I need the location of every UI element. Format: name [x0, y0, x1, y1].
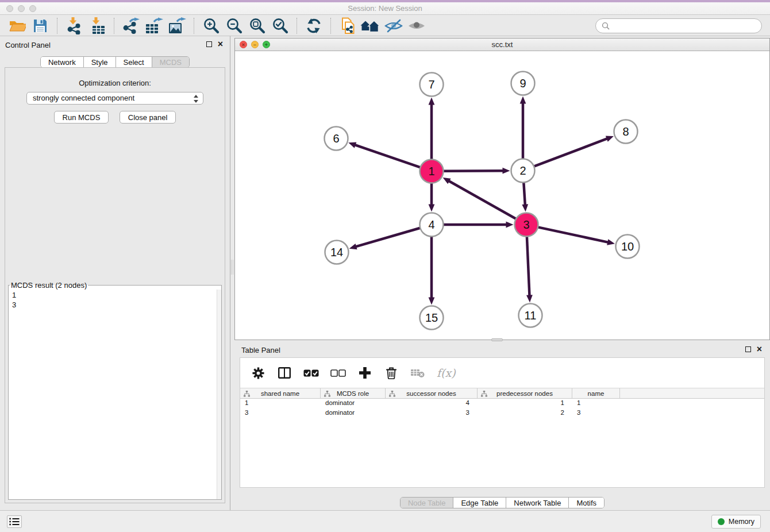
export-network-button[interactable]	[120, 17, 143, 35]
tab-mcds[interactable]: MCDS	[152, 57, 189, 67]
close-panel-button[interactable]: Close panel	[120, 111, 176, 124]
node-label-8: 8	[622, 125, 629, 138]
mcds-result-text[interactable]: 1 3	[9, 290, 221, 310]
horizontal-splitter[interactable]	[491, 338, 503, 341]
hide-selected-button[interactable]	[382, 17, 405, 35]
session-title: Session: New Session	[0, 2, 770, 15]
unchecked-boxes-icon	[330, 369, 346, 377]
run-mcds-button[interactable]: Run MCDS	[54, 111, 109, 124]
cell-successor-nodes[interactable]: 4	[386, 399, 478, 408]
node-label-9: 9	[519, 77, 526, 90]
cell-predecessor-nodes[interactable]: 2	[478, 408, 572, 418]
float-table-panel-icon[interactable]	[745, 346, 751, 352]
duplicate-network-button[interactable]	[336, 17, 359, 35]
task-history-button[interactable]	[7, 515, 22, 528]
edge-2-3[interactable]	[523, 182, 525, 206]
cell-predecessor-nodes[interactable]: 1	[478, 399, 572, 408]
edge-1-2[interactable]	[443, 171, 505, 171]
import-network-button[interactable]	[63, 17, 86, 35]
zoom-in-button[interactable]	[199, 17, 222, 35]
zoom-selected-button[interactable]	[268, 17, 291, 35]
split-columns-icon	[278, 367, 291, 379]
node-label-7: 7	[428, 78, 434, 91]
column-header-successor-nodes[interactable]: successor nodes	[386, 388, 478, 398]
table-row[interactable]: 3dominator323	[240, 408, 764, 418]
deselect-all-button[interactable]	[330, 365, 346, 380]
export-image-icon	[168, 17, 186, 34]
arrowhead-4-15	[429, 298, 435, 305]
import-table-icon	[88, 17, 106, 34]
criterion-dropdown[interactable]: strongly connected component	[26, 92, 203, 105]
tab-edge-table[interactable]: Edge Table	[453, 498, 506, 508]
tab-select[interactable]: Select	[116, 57, 152, 67]
zoom-in-icon	[202, 17, 220, 34]
arrowhead-1-4	[429, 205, 435, 212]
add-column-button[interactable]	[357, 365, 372, 380]
close-panel-icon[interactable]: ×	[218, 40, 223, 48]
edge-3-11[interactable]	[527, 236, 530, 297]
delete-column-button[interactable]	[384, 365, 399, 380]
show-column-panel-button[interactable]	[277, 365, 292, 380]
arrowhead-1-7	[429, 98, 435, 105]
table-row[interactable]: 1dominator411	[240, 399, 764, 408]
result-scrollbar[interactable]	[217, 290, 221, 499]
column-header-predecessor-nodes[interactable]: predecessor nodes	[478, 388, 572, 398]
vertical-splitter[interactable]	[230, 260, 234, 275]
tab-network-table[interactable]: Network Table	[506, 498, 568, 508]
first-neighbors-button[interactable]	[359, 17, 382, 35]
cell-successor-nodes[interactable]: 3	[386, 408, 478, 418]
memory-button[interactable]: Memory	[711, 515, 761, 529]
tab-network[interactable]: Network	[41, 57, 83, 67]
edge-1-6[interactable]	[353, 144, 421, 167]
network-graph[interactable]: 1234678910111415	[235, 51, 769, 340]
status-bar: Memory	[0, 510, 770, 532]
column-header-shared-name[interactable]: shared name	[240, 388, 321, 398]
select-all-button[interactable]	[303, 365, 319, 380]
save-session-button[interactable]	[29, 17, 52, 35]
node-label-11: 11	[525, 309, 537, 322]
eye-slash-icon	[384, 18, 403, 33]
column-header-mcds-role[interactable]: MCDS role	[321, 388, 386, 398]
gear-icon	[252, 367, 264, 379]
cell-name[interactable]: 3	[572, 408, 620, 418]
export-table-button[interactable]	[143, 17, 165, 35]
search-input[interactable]	[613, 21, 756, 30]
import-table-button[interactable]	[86, 17, 109, 35]
tab-node-table[interactable]: Node Table	[401, 498, 453, 508]
edge-3-1[interactable]	[447, 180, 516, 218]
delete-table-icon	[411, 368, 425, 378]
column-header-name[interactable]: name	[572, 388, 620, 398]
zoom-fit-button[interactable]	[245, 17, 268, 35]
mcds-result-fieldset: MCDS result (2 nodes) 1 3	[8, 281, 222, 500]
edge-2-8[interactable]	[534, 138, 609, 167]
table-header-row: shared nameMCDS rolesuccessor nodesprede…	[240, 388, 764, 399]
cell-mcds-role[interactable]: dominator	[321, 408, 386, 418]
cell-shared-name[interactable]: 3	[240, 408, 321, 418]
refresh-layout-button[interactable]	[302, 17, 325, 35]
two-houses-icon	[360, 18, 381, 33]
node-label-2: 2	[519, 164, 526, 177]
arrowhead-1-6	[348, 142, 356, 148]
export-image-button[interactable]	[165, 17, 188, 35]
search-icon	[602, 22, 610, 30]
function-builder-button: f(x)	[437, 365, 456, 380]
refresh-icon	[306, 18, 322, 34]
mac-titlebar: Session: New Session	[0, 2, 770, 15]
save-floppy-icon	[33, 18, 48, 33]
cell-shared-name[interactable]: 1	[240, 399, 321, 408]
cell-mcds-role[interactable]: dominator	[321, 399, 386, 408]
open-session-button[interactable]	[6, 17, 29, 35]
float-panel-icon[interactable]	[206, 41, 212, 47]
close-table-panel-icon[interactable]: ×	[757, 345, 762, 353]
toolbar-separator	[57, 18, 57, 34]
table-settings-button[interactable]	[251, 365, 265, 380]
zoom-out-button[interactable]	[222, 17, 245, 35]
plus-icon	[359, 367, 371, 379]
tab-motifs[interactable]: Motifs	[568, 498, 604, 508]
show-all-button[interactable]	[405, 17, 428, 35]
node-label-15: 15	[425, 311, 438, 324]
edge-3-10[interactable]	[538, 227, 610, 242]
edge-4-14[interactable]	[354, 228, 420, 247]
tab-style[interactable]: Style	[83, 57, 116, 67]
cell-name[interactable]: 1	[572, 399, 620, 408]
